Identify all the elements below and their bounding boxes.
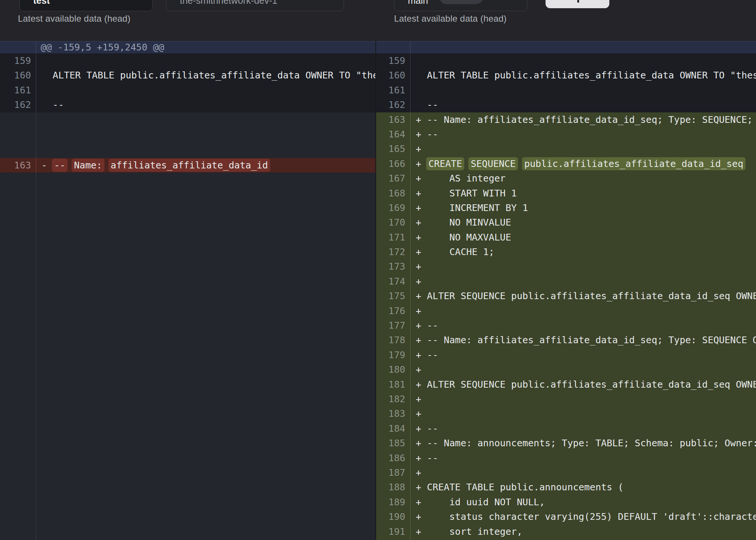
line-code xyxy=(36,83,375,97)
line-code: -- xyxy=(36,97,375,112)
line-code xyxy=(36,53,375,68)
diff-row: 172+ CACHE 1; xyxy=(376,245,756,259)
line-code: -- xyxy=(410,97,756,112)
line-number: 159 xyxy=(0,53,36,68)
line-number: 161 xyxy=(376,83,410,97)
diff-row: 163+ -- Name: affiliates_affiliate_data_… xyxy=(376,112,756,127)
diff-row: 162 -- xyxy=(0,97,375,112)
line-number: 188 xyxy=(376,480,410,494)
line-code: + -- Name: affiliates_affiliate_data_id_… xyxy=(410,333,756,347)
diff-row: 161 xyxy=(376,83,756,97)
line-number: 162 xyxy=(0,97,36,112)
line-code: + CACHE 1; xyxy=(410,245,756,259)
line-code xyxy=(410,53,756,68)
line-number: 191 xyxy=(376,524,410,539)
diff-row xyxy=(0,112,375,158)
line-code: + AS integer xyxy=(410,171,756,186)
line-code: ALTER TABLE public.affiliates_affiliate_… xyxy=(410,68,756,83)
line-number: 164 xyxy=(376,127,410,142)
diff-row: 167+ AS integer xyxy=(376,171,756,186)
diff-row: 186+ -- xyxy=(376,451,756,465)
diff-row: 170+ NO MINVALUE xyxy=(376,215,756,230)
target-branch-selector[interactable]: the-smithnetwork-dev-1 xyxy=(166,0,344,11)
line-number: 177 xyxy=(376,318,410,333)
diff-panel-left: @@ -159,5 +159,2450 @@ 159160 ALTER TABL… xyxy=(0,41,375,540)
diff-row: 175+ ALTER SEQUENCE public.affiliates_af… xyxy=(376,289,756,303)
line-code: + -- xyxy=(410,421,756,436)
line-number: 167 xyxy=(376,171,410,186)
hunk-header-left: @@ -159,5 +159,2450 @@ xyxy=(0,41,375,53)
line-code: + xyxy=(410,142,756,156)
line-number xyxy=(0,112,36,158)
line-code: + xyxy=(410,392,756,406)
hunk-header-right xyxy=(376,41,756,53)
line-code: + -- Name: affiliates_affiliate_data_id_… xyxy=(410,112,756,127)
diff-row: 159 xyxy=(0,53,375,68)
line-number: 183 xyxy=(376,406,410,421)
line-code: + ALTER SEQUENCE public.affiliates_affil… xyxy=(410,289,756,303)
diff-row: 173+ xyxy=(376,259,756,274)
line-number: 162 xyxy=(376,97,410,112)
diff-row: 168+ START WITH 1 xyxy=(376,186,756,201)
diff-row: 191+ sort integer, xyxy=(376,524,756,539)
line-number: 184 xyxy=(376,421,410,436)
line-number: 163 xyxy=(0,158,36,173)
line-number: 166 xyxy=(376,156,410,171)
line-code: + -- xyxy=(410,451,756,465)
diff-row: 185+ -- Name: announcements; Type: TABLE… xyxy=(376,436,756,450)
diff-row: 162 -- xyxy=(376,97,756,112)
line-number: 171 xyxy=(376,230,410,245)
diff-row: 177+ -- xyxy=(376,318,756,333)
diff-row: 188+ CREATE TABLE public.announcements ( xyxy=(376,480,756,494)
diff-view: @@ -159,5 +159,2450 @@ 159160 ALTER TABL… xyxy=(0,41,756,540)
source-branch-selector[interactable]: test xyxy=(19,0,153,11)
line-number: 182 xyxy=(376,392,410,406)
diff-row: 183+ xyxy=(376,406,756,421)
hunk-header-text: @@ -159,5 +159,2450 @@ xyxy=(36,41,164,53)
line-number: 178 xyxy=(376,333,410,347)
diff-row: 189+ id uuid NOT NULL, xyxy=(376,495,756,509)
line-code: + START WITH 1 xyxy=(410,186,756,201)
diff-row: 184+ -- xyxy=(376,421,756,436)
diff-rows-right: 159160 ALTER TABLE public.affiliates_aff… xyxy=(376,53,756,540)
compare-button[interactable] xyxy=(546,0,609,8)
line-number xyxy=(0,173,36,540)
line-number: 174 xyxy=(376,274,410,289)
hunk-header-gutter xyxy=(0,41,36,53)
line-code xyxy=(410,83,756,97)
line-number: 185 xyxy=(376,436,410,450)
line-code: + NO MAXVALUE xyxy=(410,230,756,245)
compare-button-text-fragment xyxy=(577,0,579,3)
line-number: 190 xyxy=(376,509,410,524)
line-code: + xyxy=(410,465,756,480)
line-code: + NO MINVALUE xyxy=(410,215,756,230)
diff-row: 174+ xyxy=(376,274,756,289)
line-number: 161 xyxy=(0,83,36,97)
line-number: 165 xyxy=(376,142,410,156)
line-number: 175 xyxy=(376,289,410,303)
line-number: 180 xyxy=(376,362,410,377)
diff-row: 181+ ALTER SEQUENCE public.affiliates_af… xyxy=(376,377,756,392)
line-number: 159 xyxy=(376,53,410,68)
diff-row: 163- -- Name: affiliates_affiliate_data_… xyxy=(0,158,375,173)
line-number: 179 xyxy=(376,348,410,362)
line-number: 163 xyxy=(376,112,410,127)
compare-branch-selector[interactable]: main xyxy=(394,0,527,11)
line-code: + xyxy=(410,259,756,274)
diff-row: 171+ NO MAXVALUE xyxy=(376,230,756,245)
line-number: 169 xyxy=(376,201,410,215)
line-number: 181 xyxy=(376,377,410,392)
diff-rows-left: 159160 ALTER TABLE public.affiliates_aff… xyxy=(0,53,375,540)
line-code: + -- Name: announcements; Type: TABLE; S… xyxy=(410,436,756,450)
diff-row: 176+ xyxy=(376,304,756,318)
line-number: 186 xyxy=(376,451,410,465)
line-code: ALTER TABLE public.affiliates_affiliate_… xyxy=(36,68,375,83)
diff-row xyxy=(0,173,375,540)
line-code: + -- xyxy=(410,348,756,362)
line-number: 189 xyxy=(376,495,410,509)
line-code: + CREATE SEQUENCE public.affiliates_affi… xyxy=(410,156,756,171)
branch-badge xyxy=(439,0,483,4)
diff-row: 161 xyxy=(0,83,375,97)
diff-row: 166+ CREATE SEQUENCE public.affiliates_a… xyxy=(376,156,756,171)
compare-branch-label: main xyxy=(408,0,428,6)
